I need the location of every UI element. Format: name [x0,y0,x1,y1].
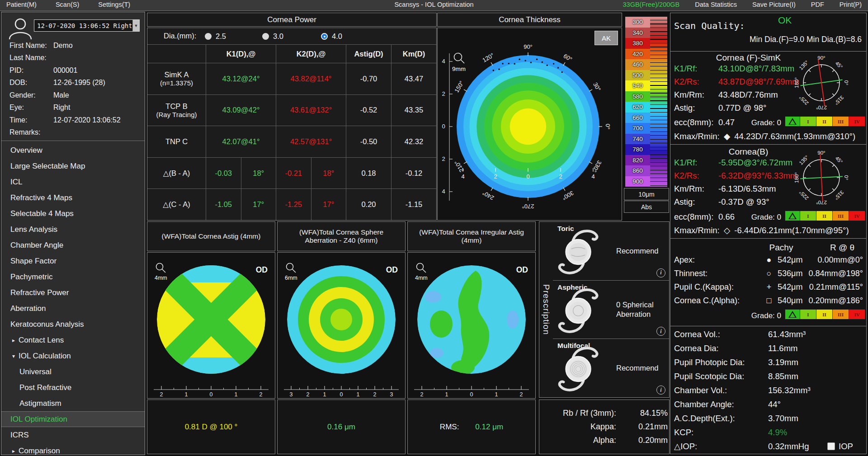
map2-value-box: 0.16 μm [277,400,406,454]
stat-chamber-angle: Chamber Angle:44° [670,400,866,414]
scale-value-380: 380 [625,38,650,49]
sidebar-item-contact-lens[interactable]: ▸Contact Lens [1,332,145,348]
menu-print[interactable]: Print(P) [840,1,862,8]
sidebar-item-chamber-angle[interactable]: Chamber Angle [1,237,145,253]
sidebar-item-shape-factor[interactable]: Shape Factor [1,253,145,269]
iol-card-multifocal[interactable]: Multifocal Recommend i [553,339,669,397]
svg-text:315°: 315° [833,189,844,201]
sidebar-item-aberration[interactable]: Aberration [1,301,145,316]
iop-checkbox[interactable] [827,442,835,450]
dia-option-4.0[interactable]: 4.0 [321,32,342,41]
sidebar-item-refractive-power[interactable]: Refractive Power [1,285,145,301]
column-header-astig-d: Astig(D) [346,44,392,63]
chevron-down-icon[interactable]: ▼ [132,20,139,31]
iol-card-toric[interactable]: Toric Recommend i [553,222,669,281]
grade-label: Grade: 0 [751,311,781,320]
iol-card-aspheric[interactable]: Aspheric 0 Spherical Aberration i [553,281,669,339]
sidebar-item-selectable-4-maps[interactable]: Selectable 4 Maps [1,206,145,221]
info-icon[interactable]: i [656,385,665,395]
scale-unit-box[interactable]: 10μm [624,188,669,200]
menu-patient[interactable]: Patient(M) [6,1,37,8]
table-cell: 43.82@114° [276,63,346,94]
menu-settings[interactable]: Settings(T) [98,1,130,8]
sidebar-item-iol-optimization[interactable]: IOL Optimization [1,411,145,427]
svg-text:270°: 270° [816,200,827,205]
menu-save-picture[interactable]: Save Picture(I) [752,1,796,8]
sidebar-item-comparison[interactable]: ▸Comparison [1,443,145,456]
dia-option-3.0[interactable]: 3.0 [262,32,283,41]
menu-data-statistics[interactable]: Data Statistics [695,1,737,8]
svg-text:0: 0 [526,173,529,180]
svg-text:4: 4 [442,58,445,65]
row-label: △(B - A) [147,157,206,189]
menu-pdf[interactable]: PDF [811,1,824,8]
radio-icon[interactable] [205,33,212,40]
angle-stats-panel: Rb / Rf (3mm):84.15%Kappa:0.21mmAlpha:0.… [539,400,670,454]
menu-scan[interactable]: Scan(S) [56,1,79,8]
diameter-selector-row: Dia.(mm): 2.53.04.0 [147,28,436,44]
ak-button[interactable]: AK [594,31,618,45]
column-header-k2-d: K2(D),@ [276,44,346,63]
cornea-thickness-panel: 90°120°60°150°30°0°330°210°240°270°300°4… [437,28,622,221]
sidebar-item-overview[interactable]: Overview [1,142,145,158]
pachy-rows: Apex:●542μm0.00mm@0°Thinnest:○536μm0.84m… [670,255,866,310]
table-cell: -1.15 [392,188,436,220]
svg-text:330°: 330° [591,160,603,174]
rx-stat-kappa: Kappa:0.21mm [539,422,669,432]
svg-text:1: 1 [235,391,238,398]
map1-title: (WFA)Total Cornea Astig (4mm) [147,221,275,251]
scale-value-740: 740 [625,134,650,145]
svg-text:2: 2 [442,90,445,97]
row-label: SimK A(n=1.3375) [147,63,206,94]
rbrf-stats: Rb / Rf (3mm):84.15%Kappa:0.21mmAlpha:0.… [539,400,669,454]
chevron-right-icon: ▸ [12,448,15,454]
k-row-k2-rs: K2/Rs:-6.32D@93°/6.33mm [670,171,783,184]
grade-cell-III: III [832,211,849,221]
iop-checkbox-label: IOP [839,442,853,451]
rx-stat-alpha: Alpha:0.20mm [539,436,669,445]
svg-text:OD: OD [386,265,398,274]
svg-text:1: 1 [323,391,326,398]
dia-option-2.5[interactable]: 2.5 [205,32,226,41]
sidebar-item-keratoconus-analysis[interactable]: Keratoconus Analysis [1,316,145,332]
dia-label: Dia.(mm): [164,32,196,40]
sidebar-item-icrs[interactable]: ICRS [1,427,145,443]
sidebar-item-pachymetric[interactable]: Pachymetric [1,269,145,285]
sidebar-item-large-selectable-map[interactable]: Large Selectable Map [1,158,145,174]
radio-icon[interactable] [262,33,269,40]
sidebar-item-label: Chamber Angle [10,241,63,250]
sidebar-item-post-refractive[interactable]: Post Refractive [1,380,145,395]
svg-text:OD: OD [516,265,528,274]
svg-text:210°: 210° [453,160,465,174]
prescription-panel: Prescription Toric Recommend i Aspheric [539,221,670,398]
svg-text:270°: 270° [816,105,827,110]
sidebar-item-lens-analysis[interactable]: Lens Analysis [1,221,145,237]
svg-text:150°: 150° [453,80,465,94]
map2-title: (WFA)Total Cornea Sphere Aberration - Z4… [277,221,406,251]
table-cell: 42.07@41° [206,126,276,157]
scan-selector-dropdown[interactable]: 12-07-2020 13:06:52 Right ▼ [34,19,140,32]
warning-icon [785,310,800,319]
ecc-label: ecc(8mm): [674,212,713,222]
svg-text:135°: 135° [798,59,809,71]
grade-label: Grade: 0 [751,118,781,127]
sidebar-item-universal[interactable]: Universal [1,364,145,380]
svg-text:60°: 60° [562,52,574,63]
sidebar-item-label: Pachymetric [10,273,53,282]
info-icon[interactable]: i [656,268,665,277]
sidebar-item-refractive-4-maps[interactable]: Refractive 4 Maps [1,190,145,206]
radio-icon[interactable] [321,33,328,40]
sidebar-item-iol-calculation[interactable]: ▾IOL Calculation [1,348,145,364]
table-cell: -0.50 [346,126,392,157]
sidebar-item-icl[interactable]: ICL [1,174,145,190]
patient-field-last-name: Last Name: [1,52,145,65]
map3-title: (WFA)Total Cornea Irregular Astig (4mm) [407,221,536,251]
rms-label: RMS: [440,423,459,432]
sidebar-item-label: Universal [19,367,52,376]
svg-text:270°: 270° [522,203,534,210]
sidebar-item-label: Refractive 4 Maps [10,193,72,202]
grade-cell-III: III [832,310,849,319]
scale-mode-box[interactable]: Abs [624,201,669,213]
patient-field-remarks: Remarks: [1,127,145,139]
sidebar-item-astigmatism[interactable]: Astigmatism [1,395,145,411]
